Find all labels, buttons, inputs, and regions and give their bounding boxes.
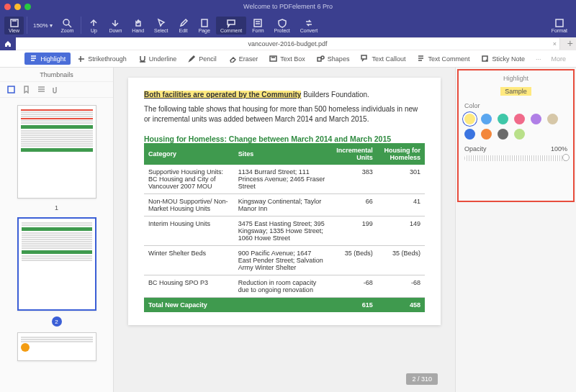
color-swatch[interactable] xyxy=(464,129,475,140)
cursor-icon xyxy=(156,18,166,28)
page-indicator[interactable]: 2 / 310 xyxy=(406,373,438,385)
up-label: Up xyxy=(91,28,97,33)
page-tool[interactable]: Page xyxy=(194,17,215,35)
total-hfh: 458 xyxy=(377,298,425,313)
color-swatch[interactable] xyxy=(481,114,492,124)
color-swatch[interactable] xyxy=(481,129,492,140)
thumbnail-page-2[interactable] xyxy=(17,217,96,311)
highlight-tool[interactable]: Highlight xyxy=(24,53,71,65)
document-area[interactable]: Both facilities are operated by the Comm… xyxy=(114,68,455,392)
pencil-tool[interactable]: Pencil xyxy=(183,53,222,65)
file-tab[interactable]: vancouver-2016-budget.pdf × xyxy=(16,38,560,50)
textcomment-icon xyxy=(417,55,425,63)
format-tool[interactable]: Format xyxy=(547,17,572,35)
pencil-icon xyxy=(179,18,189,28)
textbox-tool[interactable]: Text Box xyxy=(264,53,310,65)
color-swatch[interactable] xyxy=(464,114,475,124)
color-row-1 xyxy=(464,114,567,124)
color-row-2 xyxy=(464,129,567,140)
table-row: Interim Housing Units3475 East Hasting S… xyxy=(144,216,425,246)
hand-icon xyxy=(133,18,143,28)
zoom-value[interactable]: 150% ▾ xyxy=(33,22,52,29)
svg-point-2 xyxy=(63,19,69,25)
list-view-icon[interactable] xyxy=(37,83,45,96)
thumbnail-2-number: 2 xyxy=(52,316,62,327)
color-swatch[interactable] xyxy=(531,114,541,124)
strikethrough-icon xyxy=(77,55,85,63)
textcallout-tool[interactable]: Text Callout xyxy=(356,53,410,65)
table-row: Winter Shelter Beds900 Pacific Avenue; 1… xyxy=(144,246,425,275)
shapes-tool[interactable]: Shapes xyxy=(312,53,355,65)
page-icon xyxy=(199,18,210,28)
format-label: Format xyxy=(552,28,567,33)
attachment-view-icon[interactable] xyxy=(53,83,60,96)
page-label: Page xyxy=(199,28,210,33)
total-label: Total New Capacity xyxy=(144,298,234,313)
underline-tool[interactable]: Underline xyxy=(133,53,182,65)
properties-panel: Highlight Sample Color Opacity 100% xyxy=(455,68,576,392)
svg-rect-5 xyxy=(228,20,235,24)
bookmark-view-icon[interactable] xyxy=(22,83,30,96)
more-ellipsis[interactable]: ··· xyxy=(531,53,546,65)
close-tab-icon[interactable]: × xyxy=(553,40,557,47)
comment-tool[interactable]: Comment xyxy=(216,17,246,35)
close-window-icon[interactable] xyxy=(4,4,11,10)
down-label: Down xyxy=(109,28,122,33)
color-swatch[interactable] xyxy=(547,114,558,124)
zoom-tool[interactable]: Zoom xyxy=(57,17,78,35)
arrow-up-icon xyxy=(89,18,99,28)
thumb-view-icon[interactable] xyxy=(7,83,15,96)
up-tool[interactable]: Up xyxy=(84,17,103,35)
thumbnail-page-1[interactable] xyxy=(17,105,96,199)
pdf-page: Both facilities are operated by the Comm… xyxy=(128,78,441,325)
opacity-slider[interactable] xyxy=(464,155,567,161)
thumbnail-page-3[interactable] xyxy=(17,332,96,361)
table-row: BC Housing SPO P3Reduction in room capac… xyxy=(144,275,425,298)
strikethrough-tool[interactable]: Strikethrough xyxy=(72,53,132,65)
down-tool[interactable]: Down xyxy=(104,17,126,35)
thumbnails-list[interactable]: 1 2 xyxy=(0,98,113,392)
svg-line-3 xyxy=(68,24,71,27)
color-swatch[interactable] xyxy=(498,114,508,124)
select-tool[interactable]: Select xyxy=(150,17,172,35)
sample-preview: Sample xyxy=(464,88,567,95)
form-icon xyxy=(253,18,263,28)
convert-label: Convert xyxy=(300,28,318,33)
edit-tool[interactable]: Edit xyxy=(174,17,193,35)
protect-tool[interactable]: Protect xyxy=(270,17,294,35)
paragraph: The following table shows that housing f… xyxy=(144,104,425,124)
protect-label: Protect xyxy=(274,28,290,33)
new-tab-button[interactable]: + xyxy=(567,37,573,49)
view-icon xyxy=(9,18,19,28)
textcomment-tool[interactable]: Text Comment xyxy=(412,53,474,65)
slider-thumb[interactable] xyxy=(562,154,570,161)
home-tab[interactable] xyxy=(0,37,16,50)
titlebar: Welcome to PDFelement 6 Pro xyxy=(0,0,576,13)
maximize-window-icon[interactable] xyxy=(24,4,31,10)
form-label: Form xyxy=(252,28,264,33)
edit-label: Edit xyxy=(179,28,188,33)
hand-tool[interactable]: Hand xyxy=(127,17,148,35)
svg-rect-10 xyxy=(270,56,276,61)
color-swatch[interactable] xyxy=(514,129,525,140)
view-tool[interactable]: View xyxy=(4,17,24,35)
th-sites: Sites xyxy=(234,143,330,165)
highlight-properties: Highlight Sample Color Opacity 100% xyxy=(457,69,575,202)
file-tab-label: vancouver-2016-budget.pdf xyxy=(248,40,327,47)
format-icon xyxy=(554,18,564,28)
form-tool[interactable]: Form xyxy=(248,17,268,35)
convert-tool[interactable]: Convert xyxy=(296,17,323,35)
more-button[interactable]: More xyxy=(546,53,570,65)
color-swatch[interactable] xyxy=(514,114,525,124)
thumbnail-1-number: 1 xyxy=(55,204,58,211)
color-swatch[interactable] xyxy=(498,129,508,140)
stickynote-icon xyxy=(481,55,489,63)
color-label: Color xyxy=(464,102,567,109)
body: Thumbnails 1 xyxy=(0,68,576,392)
eraser-tool[interactable]: Eraser xyxy=(223,53,264,65)
shapes-icon xyxy=(317,55,325,63)
shield-icon xyxy=(277,18,287,28)
table-row: Non-MOU Supportive/ Non-Market Housing U… xyxy=(144,194,425,216)
stickynote-tool[interactable]: Sticky Note xyxy=(476,53,530,65)
minimize-window-icon[interactable] xyxy=(14,4,21,10)
